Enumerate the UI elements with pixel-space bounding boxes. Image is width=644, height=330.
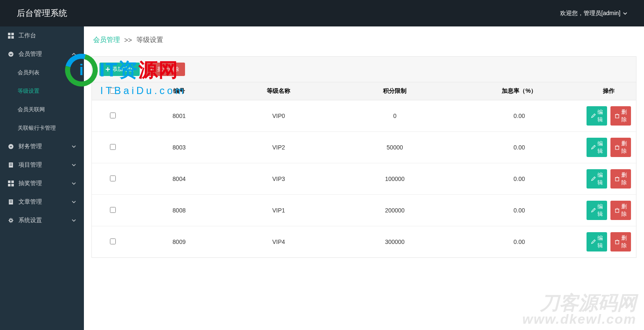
row-checkbox[interactable] [110, 238, 116, 244]
dashboard-icon [8, 32, 14, 39]
cell-checkbox [92, 100, 133, 132]
sidebar-item-label: 财务管理 [18, 143, 42, 150]
cell-limit: 0 [333, 100, 457, 132]
edit-button[interactable]: 编辑 [587, 106, 607, 126]
svg-rect-2 [8, 36, 10, 39]
grid-icon [8, 180, 14, 187]
button-label: 编辑 [597, 140, 603, 155]
button-label: 删除 [621, 140, 627, 155]
cell-ops: 编辑删除 [581, 195, 636, 226]
sidebar-sub-member-network[interactable]: 会员关联网 [0, 100, 84, 119]
button-label: 编辑 [597, 171, 603, 186]
cell-id: 8009 [133, 226, 225, 258]
button-label: 编辑 [597, 108, 603, 123]
circle-icon [8, 143, 14, 150]
cell-id: 8004 [133, 163, 225, 195]
logo-circle-icon: i [59, 48, 104, 93]
delete-button[interactable]: 删除 [610, 138, 631, 157]
cell-limit: 100000 [333, 163, 457, 195]
trash-icon [615, 208, 620, 213]
sidebar-item-system[interactable]: 系统设置 [0, 211, 84, 230]
trash-icon [615, 239, 620, 244]
svg-rect-19 [615, 146, 619, 149]
delete-button[interactable]: 删除 [610, 106, 631, 126]
logo-subtitle: ITBaiDu.com [100, 85, 186, 97]
sidebar-item-lottery[interactable]: 抽奖管理 [0, 174, 84, 193]
svg-rect-0 [8, 33, 10, 35]
sidebar-item-label: 文章管理 [18, 198, 42, 206]
cell-name: VIP0 [225, 100, 333, 132]
edit-icon [591, 239, 596, 244]
cell-limit: 50000 [333, 132, 457, 163]
cell-name: VIP2 [225, 132, 333, 163]
edit-icon [591, 208, 596, 213]
cell-rate: 0.00 [457, 132, 581, 163]
sidebar-item-dashboard[interactable]: 工作台 [0, 26, 84, 45]
svg-rect-9 [8, 181, 10, 183]
sidebar-item-label: 工作台 [18, 32, 36, 39]
edit-button[interactable]: 编辑 [587, 138, 607, 157]
circle-down-icon [8, 51, 14, 58]
button-label: 删除 [621, 108, 627, 123]
user-menu[interactable]: 欢迎您，管理员[admin] [560, 10, 627, 17]
breadcrumb-separator: >> [124, 37, 132, 44]
cell-limit: 200000 [333, 195, 457, 226]
svg-point-16 [10, 219, 12, 222]
svg-point-4 [8, 52, 13, 57]
logo-text: IT资源网 [99, 57, 179, 83]
table-row: 8004VIP31000000.00编辑删除 [92, 163, 636, 195]
svg-rect-14 [10, 201, 12, 201]
row-checkbox[interactable] [110, 175, 116, 181]
gear-icon [8, 217, 14, 224]
trash-icon [615, 176, 620, 181]
sidebar-item-label: 系统设置 [18, 217, 42, 224]
cell-checkbox [92, 132, 133, 163]
sidebar-sub-bank-card[interactable]: 关联银行卡管理 [0, 119, 84, 137]
cell-checkbox [92, 226, 133, 258]
edit-icon [591, 176, 596, 181]
chevron-down-icon [71, 199, 76, 204]
svg-rect-7 [10, 164, 12, 164]
sidebar-item-article[interactable]: 文章管理 [0, 193, 84, 211]
cell-name: VIP3 [225, 163, 333, 195]
delete-button[interactable]: 删除 [610, 169, 631, 189]
header: 后台管理系统 欢迎您，管理员[admin] [0, 0, 644, 26]
cell-checkbox [92, 163, 133, 195]
edit-button[interactable]: 编辑 [587, 232, 607, 251]
svg-rect-21 [615, 209, 619, 212]
sidebar-item-label: 抽奖管理 [18, 180, 42, 187]
svg-rect-1 [11, 33, 14, 35]
row-checkbox[interactable] [110, 144, 116, 150]
chevron-down-icon [623, 11, 627, 16]
sidebar-item-label: 会员管理 [18, 50, 42, 58]
sidebar-item-project[interactable]: 项目管理 [0, 156, 84, 174]
chevron-down-icon [71, 162, 76, 168]
sidebar-item-label: 关联银行卡管理 [18, 124, 56, 132]
level-table: 编号 等级名称 积分限制 加息率（%） 操作 8001VIP000.00编辑删除… [92, 82, 636, 257]
row-checkbox[interactable] [110, 207, 116, 213]
cell-name: VIP1 [225, 195, 333, 226]
breadcrumb-parent[interactable]: 会员管理 [93, 36, 120, 45]
sidebar-item-label: 项目管理 [18, 161, 42, 169]
app-title: 后台管理系统 [17, 8, 67, 19]
col-ops: 操作 [581, 82, 636, 100]
cell-limit: 300000 [333, 226, 457, 258]
svg-rect-22 [615, 241, 619, 244]
sidebar-item-finance[interactable]: 财务管理 [0, 137, 84, 156]
button-label: 删除 [621, 171, 627, 186]
cell-rate: 0.00 [457, 195, 581, 226]
edit-button[interactable]: 编辑 [587, 201, 607, 220]
cell-id: 8001 [133, 100, 225, 132]
button-label: 删除 [621, 234, 627, 249]
edit-button[interactable]: 编辑 [587, 169, 607, 189]
breadcrumb-current: 等级设置 [136, 36, 163, 45]
row-checkbox[interactable] [110, 113, 116, 118]
delete-button[interactable]: 删除 [610, 201, 631, 220]
sidebar-item-label: 会员关联网 [18, 106, 45, 113]
user-welcome-text: 欢迎您，管理员[admin] [560, 10, 621, 17]
button-label: 编辑 [597, 234, 603, 249]
cell-ops: 编辑删除 [581, 163, 636, 195]
delete-button[interactable]: 删除 [610, 232, 631, 251]
table-row: 8008VIP12000000.00编辑删除 [92, 195, 636, 226]
cell-id: 8003 [133, 132, 225, 163]
